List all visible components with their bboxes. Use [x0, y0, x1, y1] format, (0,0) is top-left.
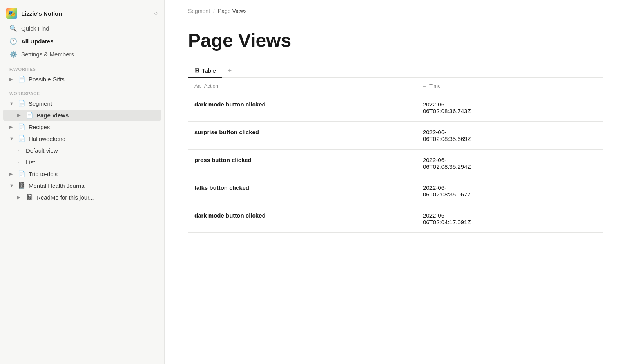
- page-icon: 📄: [26, 112, 33, 119]
- action-cell: surprise button clicked: [188, 122, 417, 150]
- sidebar-item-settings-label: Settings & Members: [21, 51, 74, 58]
- workspace-avatar: 🎭: [6, 8, 17, 19]
- breadcrumb-current: Page Views: [218, 8, 247, 14]
- workspace-header[interactable]: 🎭 Lizzie's Notion ◇: [0, 5, 164, 22]
- time-cell: 2022-06- 06T02:08:35.294Z: [417, 150, 603, 177]
- sidebar-item-trip-todos[interactable]: ▶ 📄 Trip to-do's: [3, 168, 161, 179]
- sidebar-item-default-view[interactable]: · Default view: [3, 145, 161, 156]
- action-cell: dark mode button clicked: [188, 205, 417, 233]
- workspace-chevron-icon: ◇: [154, 11, 158, 16]
- sidebar-item-list-label: List: [26, 159, 35, 166]
- table-tab-label: Table: [202, 67, 216, 74]
- arrow-icon: ▶: [17, 113, 23, 118]
- breadcrumb-separator: /: [213, 8, 215, 14]
- gear-icon: ⚙️: [9, 50, 17, 58]
- sidebar-item-possible-gifts-label: Possible Gifts: [29, 76, 65, 83]
- table-row: dark mode button clicked2022-06- 06T02:0…: [188, 205, 603, 233]
- arrow-icon: ▶: [17, 195, 23, 200]
- sidebar-item-halloweekend[interactable]: ▼ 📄 Halloweekend: [3, 133, 161, 144]
- journal-icon: 📓: [26, 194, 33, 201]
- sidebar-item-all-updates-label: All Updates: [21, 38, 54, 45]
- sidebar-item-possible-gifts[interactable]: ▶ 📄 Possible Gifts: [3, 74, 161, 85]
- page-content-area: Page Views ⊞ Table + Aa Action ≡ Time: [165, 14, 627, 364]
- tab-table[interactable]: ⊞ Table: [188, 64, 222, 78]
- sidebar-item-quick-find-label: Quick Find: [21, 25, 49, 32]
- arrow-icon: ▶: [9, 124, 15, 130]
- add-view-button[interactable]: +: [224, 64, 236, 77]
- page-title: Page Views: [188, 30, 603, 51]
- sidebar-item-page-views-label: Page Views: [36, 112, 69, 119]
- sidebar-item-trip-todos-label: Trip to-do's: [29, 171, 58, 177]
- sidebar-item-list[interactable]: · List: [3, 157, 161, 168]
- sidebar: 🎭 Lizzie's Notion ◇ 🔍 Quick Find 🕐 All U…: [0, 0, 165, 364]
- page-icon: 📄: [18, 100, 25, 107]
- table-row: surprise button clicked2022-06- 06T02:08…: [188, 122, 603, 150]
- bullet-icon: ·: [17, 147, 23, 154]
- table-row: dark mode button clicked2022-06- 06T02:0…: [188, 94, 603, 122]
- sidebar-item-recipes[interactable]: ▶ 📄 Recipes: [3, 121, 161, 132]
- arrow-icon: ▼: [9, 101, 15, 106]
- action-cell: talks button clicked: [188, 177, 417, 205]
- sidebar-item-readme-journal-label: ReadMe for this jour...: [36, 194, 94, 201]
- time-cell: 2022-06- 06T02:04:17.091Z: [417, 205, 603, 233]
- data-table: Aa Action ≡ Time dark mode button clicke…: [188, 78, 603, 233]
- page-icon: 📄: [18, 76, 25, 83]
- action-cell: dark mode button clicked: [188, 94, 417, 122]
- table-row: press button clicked2022-06- 06T02:08:35…: [188, 150, 603, 177]
- page-icon: 📄: [18, 123, 25, 130]
- sidebar-item-page-views[interactable]: ▶ 📄 Page Views: [3, 110, 161, 121]
- sidebar-item-all-updates[interactable]: 🕐 All Updates: [3, 35, 161, 47]
- column-header-time: ≡ Time: [417, 78, 603, 94]
- text-type-icon: Aa: [194, 83, 201, 89]
- favorites-section-label: FAVORITES: [0, 61, 164, 73]
- sidebar-item-recipes-label: Recipes: [29, 124, 50, 130]
- main-content: Segment / Page Views Page Views ⊞ Table …: [165, 0, 627, 364]
- sidebar-item-mental-health-journal-label: Mental Health Journal: [29, 182, 86, 189]
- arrow-icon: ▶: [9, 171, 15, 177]
- table-row: talks button clicked2022-06- 06T02:08:35…: [188, 177, 603, 205]
- sidebar-item-readme-journal[interactable]: ▶ 📓 ReadMe for this jour...: [3, 192, 161, 203]
- sidebar-item-mental-health-journal[interactable]: ▼ 📓 Mental Health Journal: [3, 180, 161, 191]
- breadcrumb-parent[interactable]: Segment: [188, 8, 210, 14]
- time-cell: 2022-06- 06T02:08:35.067Z: [417, 177, 603, 205]
- sidebar-item-quick-find[interactable]: 🔍 Quick Find: [3, 22, 161, 34]
- sidebar-item-default-view-label: Default view: [26, 147, 58, 154]
- page-icon: 📄: [18, 170, 25, 177]
- arrow-icon: ▼: [9, 136, 15, 141]
- workspace-section-label: WORKSPACE: [0, 85, 164, 97]
- table-tab-icon: ⊞: [194, 67, 199, 74]
- sidebar-item-halloweekend-label: Halloweekend: [29, 135, 65, 142]
- search-icon: 🔍: [9, 25, 17, 32]
- time-cell: 2022-06- 06T02:08:35.669Z: [417, 122, 603, 150]
- list-icon: ≡: [423, 83, 426, 89]
- arrow-icon: ▼: [9, 183, 15, 188]
- action-cell: press button clicked: [188, 150, 417, 177]
- breadcrumb: Segment / Page Views: [165, 0, 627, 14]
- sidebar-item-segment-label: Segment: [29, 100, 52, 107]
- column-header-action: Aa Action: [188, 78, 417, 94]
- clock-icon: 🕐: [9, 38, 17, 45]
- bullet-icon: ·: [17, 159, 23, 166]
- workspace-title: Lizzie's Notion: [21, 10, 150, 17]
- arrow-icon: ▶: [9, 77, 15, 82]
- sidebar-item-segment[interactable]: ▼ 📄 Segment: [3, 98, 161, 109]
- time-cell: 2022-06- 06T02:08:36.743Z: [417, 94, 603, 122]
- page-icon: 📄: [18, 135, 25, 142]
- tabs-bar: ⊞ Table +: [188, 64, 603, 78]
- sidebar-item-settings[interactable]: ⚙️ Settings & Members: [3, 48, 161, 60]
- journal-icon: 📓: [18, 182, 25, 189]
